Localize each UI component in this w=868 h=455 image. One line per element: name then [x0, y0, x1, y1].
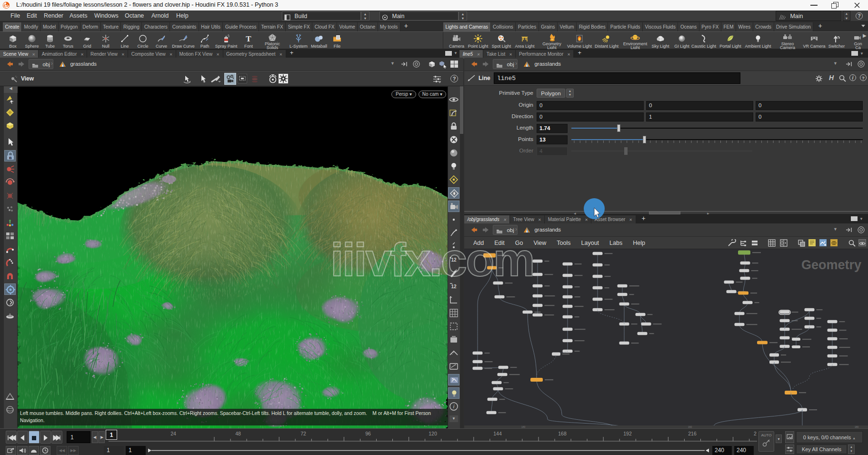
svg-text:T: T [246, 34, 251, 43]
svg-text:B: B [9, 156, 12, 160]
svg-text:i: i [453, 404, 455, 409]
